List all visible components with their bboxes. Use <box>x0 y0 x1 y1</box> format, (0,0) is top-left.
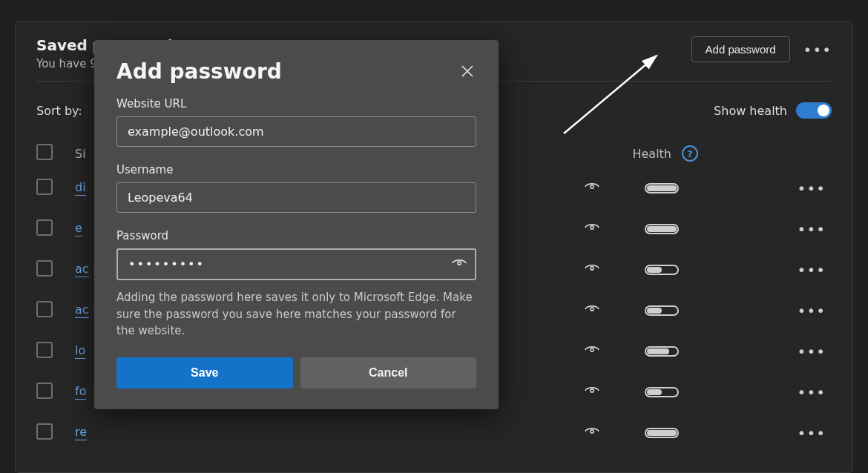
strength-meter <box>645 224 679 234</box>
more-icon[interactable]: ••• <box>798 343 826 360</box>
row-checkbox[interactable] <box>36 219 53 236</box>
dialog-title: Add password <box>116 59 282 84</box>
row-checkbox[interactable] <box>36 260 53 277</box>
help-icon[interactable]: ? <box>682 145 698 162</box>
row-checkbox[interactable] <box>36 383 53 399</box>
strength-meter <box>645 183 679 194</box>
strength-meter <box>645 428 679 438</box>
select-all-checkbox[interactable] <box>36 144 53 160</box>
more-icon[interactable]: ••• <box>798 179 826 197</box>
site-link[interactable]: lo <box>75 343 85 359</box>
close-icon[interactable] <box>458 60 476 84</box>
eye-icon[interactable] <box>584 383 600 402</box>
site-link[interactable]: ac <box>75 302 89 318</box>
row-checkbox[interactable] <box>36 342 53 358</box>
password-label: Password <box>116 229 476 242</box>
eye-icon[interactable] <box>584 423 600 443</box>
website-url-input[interactable] <box>116 116 476 147</box>
eye-icon[interactable] <box>584 219 600 239</box>
svg-point-4 <box>591 348 594 351</box>
cancel-button[interactable]: Cancel <box>300 357 477 388</box>
show-health-toggle[interactable] <box>796 102 832 119</box>
strength-meter <box>645 387 679 397</box>
more-icon[interactable]: ••• <box>798 302 826 320</box>
username-label: Username <box>116 163 476 176</box>
site-link[interactable]: re <box>75 425 87 440</box>
table-row: re••• <box>36 412 832 453</box>
strength-meter <box>645 305 679 316</box>
username-input[interactable] <box>116 182 476 213</box>
row-checkbox[interactable] <box>36 179 53 195</box>
column-health-label: Health <box>632 147 671 161</box>
add-password-dialog: Add password Website URL Username Passwo… <box>94 40 499 409</box>
show-health-label: Show health <box>714 104 787 118</box>
svg-point-6 <box>591 429 594 432</box>
site-link[interactable]: e <box>75 221 82 236</box>
more-icon[interactable]: ••• <box>803 41 832 59</box>
website-url-label: Website URL <box>116 97 476 110</box>
svg-point-3 <box>591 307 594 310</box>
eye-icon[interactable] <box>584 342 600 361</box>
svg-point-1 <box>591 225 594 228</box>
svg-point-5 <box>591 388 594 391</box>
eye-icon[interactable] <box>584 179 600 198</box>
svg-point-2 <box>591 266 594 269</box>
more-icon[interactable]: ••• <box>798 220 826 238</box>
reveal-password-icon[interactable] <box>451 255 467 274</box>
password-hint-text: Adding the password here saves it only t… <box>116 289 476 340</box>
strength-meter <box>645 265 679 275</box>
eye-icon[interactable] <box>584 260 600 280</box>
svg-point-0 <box>591 185 594 188</box>
site-link[interactable]: di <box>75 180 86 196</box>
more-icon[interactable]: ••• <box>798 424 826 442</box>
add-password-button[interactable]: Add password <box>691 36 790 62</box>
row-checkbox[interactable] <box>36 301 53 317</box>
save-button[interactable]: Save <box>116 357 293 388</box>
svg-point-8 <box>458 261 461 264</box>
more-icon[interactable]: ••• <box>798 261 826 279</box>
strength-meter <box>645 346 679 357</box>
site-link[interactable]: ac <box>75 262 89 277</box>
row-checkbox[interactable] <box>36 423 53 440</box>
eye-icon[interactable] <box>584 301 600 320</box>
more-icon[interactable]: ••• <box>798 383 826 401</box>
password-input[interactable] <box>116 248 476 280</box>
sort-by-label: Sort by: <box>36 104 82 118</box>
site-link[interactable]: fo <box>75 384 86 400</box>
